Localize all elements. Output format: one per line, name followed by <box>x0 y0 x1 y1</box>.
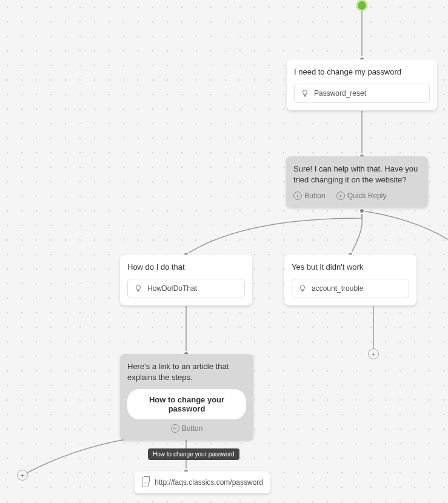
add-node-button[interactable]: + <box>368 348 379 359</box>
bot-message-node[interactable]: Sure! I can help with that. Have you tri… <box>286 156 428 207</box>
user-message-text: I need to change my password <box>294 67 430 78</box>
tooltip: How to change your password <box>148 448 239 460</box>
user-message-node[interactable]: I need to change my password Password_re… <box>287 59 437 110</box>
add-quick-reply-action[interactable]: + Quick Reply <box>336 192 387 200</box>
plus-icon: + <box>171 424 179 433</box>
action-row: + Button + Quick Reply <box>293 192 421 200</box>
bot-message-node[interactable]: Here's a link to an article that explain… <box>120 354 253 440</box>
action-label: Button <box>304 192 326 200</box>
lightbulb-icon <box>301 89 309 98</box>
action-label: Quick Reply <box>347 192 387 200</box>
lightbulb-icon <box>134 284 142 293</box>
action-row: + Button <box>127 424 246 433</box>
add-node-button[interactable]: + <box>17 470 28 481</box>
plus-icon: + <box>336 192 345 200</box>
user-message-text: Yes but it didn't work <box>292 262 409 273</box>
user-message-node[interactable]: Yes but it didn't work account_trouble <box>284 255 416 305</box>
lightbulb-icon <box>298 284 307 293</box>
intent-box[interactable]: account_trouble <box>292 279 409 298</box>
intent-box[interactable]: HowDoIDoThat <box>127 279 245 298</box>
url-node[interactable]: http://faqs.classics.com/password <box>135 471 270 493</box>
add-button-action[interactable]: + Button <box>293 192 326 200</box>
intent-name: Password_reset <box>314 89 366 98</box>
intent-name: HowDoIDoThat <box>147 284 197 293</box>
user-message-node[interactable]: How do I do that HowDoIDoThat <box>120 255 252 305</box>
node-port[interactable] <box>359 208 365 214</box>
url-text: http://faqs.classics.com/password <box>155 478 263 487</box>
action-label: Button <box>182 424 203 433</box>
user-message-text: How do I do that <box>127 262 245 273</box>
external-link-icon <box>142 478 149 487</box>
bot-message-text: Here's a link to an article that explain… <box>127 361 246 383</box>
start-node[interactable] <box>358 1 366 10</box>
plus-icon: + <box>293 192 302 200</box>
intent-name: account_trouble <box>312 284 363 293</box>
bot-message-text: Sure! I can help with that. Have you tri… <box>293 164 421 185</box>
button-reply[interactable]: How to change your password <box>127 389 246 419</box>
intent-box[interactable]: Password_reset <box>294 84 430 103</box>
add-button-action[interactable]: + Button <box>171 424 203 433</box>
